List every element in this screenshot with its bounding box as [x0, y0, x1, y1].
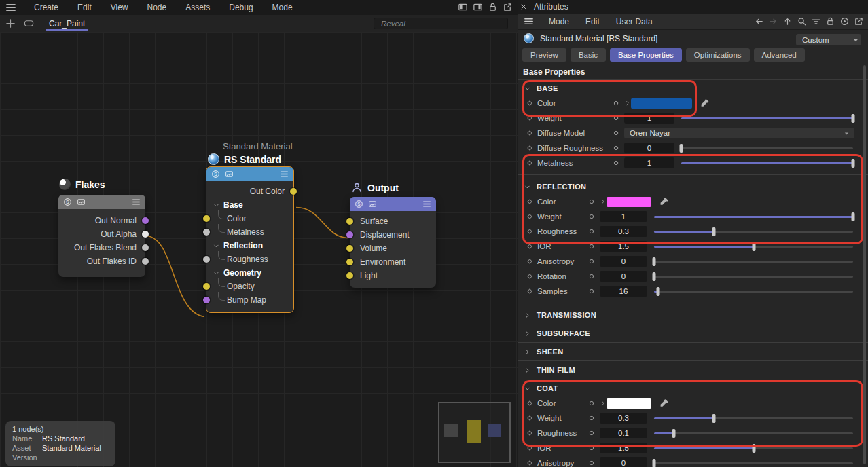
slider-handle[interactable] [852, 114, 855, 123]
keyframe-diamond-icon[interactable] [522, 414, 537, 422]
connection-circle-icon[interactable] [587, 227, 600, 236]
slider-handle[interactable] [852, 212, 855, 221]
volume-port[interactable] [346, 245, 353, 252]
diffuse-roughness-slider[interactable] [681, 144, 853, 153]
eyedropper-icon[interactable] [659, 398, 670, 409]
reflection-color-swatch[interactable] [607, 197, 651, 207]
anisotropy-slider[interactable] [654, 459, 853, 467]
metalness-value-input[interactable]: 1 [624, 157, 674, 168]
light-port[interactable] [346, 272, 353, 279]
slider-handle[interactable] [653, 257, 656, 266]
diffuse-model-dropdown[interactable]: Oren-Nayar [624, 128, 854, 138]
metalness-port[interactable] [203, 229, 210, 236]
slider-handle[interactable] [752, 444, 755, 453]
roughness-slider[interactable] [654, 429, 853, 438]
connection-circle-icon[interactable] [587, 242, 600, 250]
wire-outcolor-to-surface[interactable] [296, 208, 348, 238]
output-preview-icon[interactable] [368, 200, 377, 208]
rs-group-base[interactable]: Base [206, 198, 293, 212]
panel-menu-user-data[interactable]: User Data [608, 17, 661, 26]
connection-circle-icon[interactable] [612, 129, 624, 137]
flakes-preview-icon[interactable] [77, 198, 86, 206]
metalness-slider[interactable] [681, 159, 853, 168]
weight-slider[interactable] [681, 114, 853, 123]
search-icon[interactable] [797, 16, 807, 26]
connection-circle-icon[interactable] [587, 399, 600, 407]
weight-slider[interactable] [654, 212, 853, 221]
split-left-icon[interactable] [458, 2, 468, 12]
connection-circle-icon[interactable] [612, 114, 624, 122]
tab-optimizations[interactable]: Optimizations [686, 48, 750, 62]
keyframe-diamond-icon[interactable] [522, 227, 537, 236]
anisotropy-value-input[interactable]: 0 [600, 457, 647, 467]
weight-value-input[interactable]: 1 [624, 113, 674, 124]
connection-circle-icon[interactable] [612, 159, 624, 167]
preset-dropdown[interactable]: Custom [796, 34, 861, 45]
panel-menu-mode[interactable]: Mode [541, 17, 577, 26]
slider-handle[interactable] [852, 159, 855, 168]
coat-color-swatch[interactable] [607, 398, 651, 409]
lock-icon[interactable] [488, 2, 498, 12]
section-header-reflection[interactable]: REFLECTION [518, 179, 868, 194]
keyframe-diamond-icon[interactable] [522, 272, 537, 280]
output-node[interactable]: S SurfaceDisplacementVolumeEnvironmentLi… [350, 197, 436, 288]
connection-circle-icon[interactable] [587, 429, 600, 437]
node-graph-canvas[interactable]: Flakes S Out NormalOut AlphaOut Flakes B… [0, 32, 518, 467]
opacity-port[interactable] [203, 283, 210, 290]
slider-handle[interactable] [680, 144, 683, 153]
panel-menu-edit[interactable]: Edit [577, 17, 608, 26]
slider-handle[interactable] [712, 414, 715, 423]
connection-circle-icon[interactable] [587, 272, 600, 280]
section-header-sheen[interactable]: SHEEN [518, 344, 868, 359]
flakes-solo-icon[interactable]: S [63, 198, 72, 206]
connection-circle-icon[interactable] [587, 212, 600, 221]
connection-circle-icon[interactable] [587, 459, 600, 467]
menu-item-debug[interactable]: Debug [219, 3, 262, 12]
connection-circle-icon[interactable] [587, 198, 600, 206]
out-alpha-port[interactable] [142, 231, 149, 238]
samples-slider[interactable] [654, 287, 853, 296]
menu-item-node[interactable]: Node [138, 3, 177, 12]
target-icon[interactable] [839, 16, 850, 26]
rs-solo-icon[interactable]: S [211, 170, 220, 179]
diffuse-roughness-value-input[interactable]: 0 [624, 143, 674, 153]
output-menu-icon[interactable] [422, 200, 431, 208]
slider-handle[interactable] [712, 227, 715, 236]
close-icon[interactable] [520, 3, 528, 11]
rs-group-reflection[interactable]: Reflection [206, 239, 293, 253]
keyframe-diamond-icon[interactable] [522, 99, 537, 107]
filter-icon[interactable] [811, 16, 821, 26]
rs-standard-node[interactable]: S Out ColorBaseColorMetalnessReflectionR… [206, 166, 294, 313]
forward-icon[interactable] [768, 16, 778, 26]
roughness-value-input[interactable]: 0.3 [600, 226, 647, 237]
keyframe-diamond-icon[interactable] [522, 159, 537, 167]
anisotropy-slider[interactable] [654, 257, 853, 266]
color-port[interactable] [203, 215, 210, 222]
menu-item-assets[interactable]: Assets [176, 3, 219, 12]
section-header-transmission[interactable]: TRANSMISSION [518, 307, 868, 322]
surface-port[interactable] [346, 218, 353, 225]
tab-preview[interactable]: Preview [522, 48, 566, 62]
keyframe-diamond-icon[interactable] [522, 144, 537, 152]
main-menu-icon[interactable] [4, 2, 18, 13]
environment-port[interactable] [346, 259, 353, 265]
weight-value-input[interactable]: 0.3 [600, 413, 647, 424]
rs-menu-icon[interactable] [280, 170, 289, 179]
keyframe-diamond-icon[interactable] [522, 129, 537, 137]
popout-icon[interactable] [854, 16, 864, 26]
output-solo-icon[interactable]: S [355, 200, 363, 208]
tab-base-properties[interactable]: Base Properties [610, 48, 682, 62]
slider-handle[interactable] [672, 429, 676, 438]
connection-circle-icon[interactable] [587, 257, 600, 265]
weight-value-input[interactable]: 1 [600, 211, 647, 222]
menu-item-edit[interactable]: Edit [68, 3, 101, 12]
roughness-value-input[interactable]: 0.1 [600, 428, 647, 438]
rotation-slider[interactable] [654, 272, 853, 281]
menu-item-create[interactable]: Create [24, 3, 68, 12]
keyframe-diamond-icon[interactable] [522, 212, 537, 221]
keyframe-diamond-icon[interactable] [522, 114, 537, 122]
tab-basic[interactable]: Basic [571, 48, 606, 62]
anisotropy-value-input[interactable]: 0 [600, 256, 647, 267]
ior-value-input[interactable]: 1.5 [600, 443, 647, 453]
slider-handle[interactable] [653, 272, 656, 281]
